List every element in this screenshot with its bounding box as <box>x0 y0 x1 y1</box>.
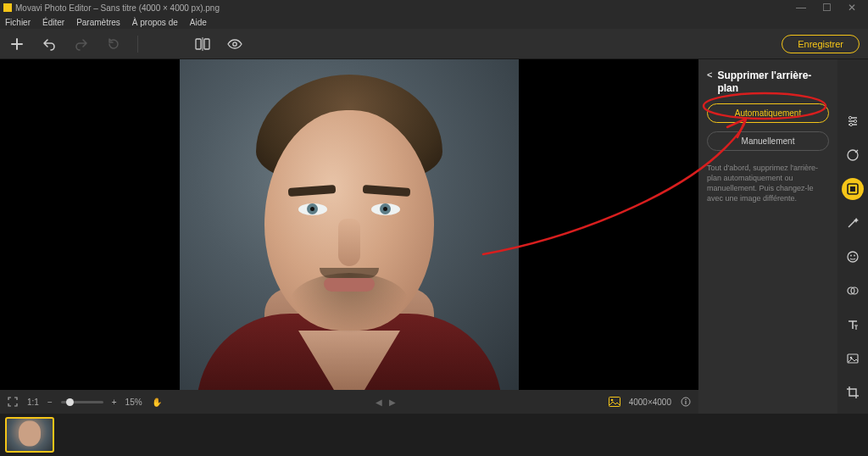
svg-rect-1 <box>204 39 209 49</box>
auto-remove-button[interactable]: Automatiquement <box>707 103 829 123</box>
save-button[interactable]: Enregistrer <box>782 35 860 53</box>
svg-rect-13 <box>850 186 855 192</box>
canvas-view[interactable] <box>0 59 698 390</box>
retouch-tool-icon[interactable] <box>842 144 864 166</box>
zoom-percent: 15% <box>125 398 142 407</box>
undo-button[interactable] <box>41 36 58 53</box>
info-icon[interactable] <box>680 396 692 408</box>
overlay-tool-icon[interactable] <box>842 280 864 302</box>
fullscreen-icon[interactable] <box>7 396 19 408</box>
menu-bar: Fichier Éditer Paramètres À propos de Ai… <box>0 15 868 29</box>
preview-button[interactable] <box>226 36 243 53</box>
zoom-out-button[interactable]: − <box>47 398 53 407</box>
canvas-status-bar: 1:1 − + 15% ✋ ◀ ▶ 4000×4000 <box>0 390 698 414</box>
thumbnail-bar <box>0 414 868 456</box>
svg-point-15 <box>850 255 852 257</box>
svg-point-9 <box>854 120 856 122</box>
image-thumbnail[interactable] <box>5 417 54 453</box>
photo-portrait <box>180 59 519 390</box>
menu-settings[interactable]: Paramètres <box>76 18 120 27</box>
menu-help[interactable]: Aide <box>190 18 207 27</box>
svg-rect-7 <box>685 401 686 404</box>
next-image-button[interactable]: ▶ <box>389 398 396 407</box>
canvas-area: 1:1 − + 15% ✋ ◀ ▶ 4000×4000 <box>0 59 698 414</box>
adjust-tool-icon[interactable] <box>842 110 864 132</box>
zoom-ratio[interactable]: 1:1 <box>27 398 39 407</box>
magic-tool-icon[interactable] <box>842 212 864 234</box>
insert-image-tool-icon[interactable] <box>842 348 864 370</box>
bg-remove-tool-icon[interactable] <box>842 178 864 200</box>
minimize-button[interactable]: — <box>788 2 814 14</box>
title-bar: Movavi Photo Editor – Sans titre (4000 ×… <box>0 0 868 15</box>
svg-point-4 <box>610 399 613 402</box>
toolbar: Enregistrer <box>0 29 868 59</box>
image-thumb-icon[interactable] <box>609 396 620 408</box>
panel-back-button[interactable]: < <box>707 70 712 80</box>
emoji-tool-icon[interactable] <box>842 246 864 268</box>
crop-tool-icon[interactable] <box>842 381 864 403</box>
side-panel: < Supprimer l'arrière-plan Automatiqueme… <box>698 59 837 414</box>
zoom-in-button[interactable]: + <box>112 398 117 407</box>
svg-point-2 <box>233 42 236 45</box>
prev-image-button[interactable]: ◀ <box>376 398 382 407</box>
svg-point-14 <box>848 252 858 262</box>
svg-point-8 <box>849 116 851 119</box>
manual-remove-button[interactable]: Manuellement <box>707 131 829 151</box>
close-button[interactable]: ✕ <box>839 2 865 14</box>
svg-rect-0 <box>196 39 201 49</box>
zoom-slider[interactable] <box>61 401 103 403</box>
window-title: Movavi Photo Editor – Sans titre (4000 ×… <box>15 3 220 13</box>
nav-arrows: ◀ ▶ <box>171 398 600 407</box>
panel-title: Supprimer l'arrière-plan <box>717 70 829 95</box>
text-tool-icon[interactable] <box>842 314 864 336</box>
panel-help-text: Tout d'abord, supprimez l'arrière-plan a… <box>707 163 829 204</box>
app-logo-icon <box>3 3 12 12</box>
reset-button[interactable] <box>105 36 122 53</box>
main-area: 1:1 − + 15% ✋ ◀ ▶ 4000×4000 < Supprimer … <box>0 59 868 414</box>
redo-button[interactable] <box>73 36 90 53</box>
maximize-button[interactable]: ☐ <box>814 2 839 14</box>
pan-hand-icon[interactable]: ✋ <box>151 396 163 408</box>
image-dimensions: 4000×4000 <box>629 398 671 407</box>
compare-button[interactable] <box>194 36 211 53</box>
menu-edit[interactable]: Éditer <box>42 18 64 27</box>
svg-point-6 <box>685 399 687 401</box>
menu-about[interactable]: À propos de <box>132 18 178 27</box>
svg-point-10 <box>849 123 852 125</box>
add-button[interactable] <box>8 36 25 53</box>
tool-strip <box>837 59 868 414</box>
svg-rect-3 <box>609 398 620 407</box>
svg-point-16 <box>854 255 855 257</box>
menu-file[interactable]: Fichier <box>5 18 31 27</box>
